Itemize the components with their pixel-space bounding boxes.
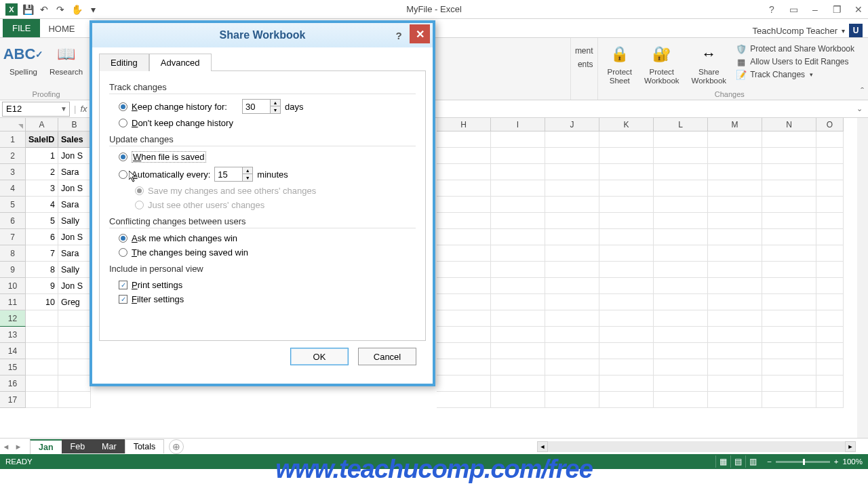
name-box[interactable]: E12 ▼ [2, 102, 70, 117]
cell[interactable] [437, 310, 491, 327]
cell[interactable] [816, 327, 844, 343]
cell[interactable] [437, 278, 491, 294]
cell[interactable] [708, 180, 762, 197]
row-header[interactable]: 14 [0, 343, 26, 359]
cell[interactable]: Jon S [58, 180, 91, 197]
cell[interactable] [816, 148, 844, 164]
col-header[interactable]: L [654, 118, 708, 131]
cell[interactable] [491, 148, 545, 164]
row-header[interactable]: 11 [0, 294, 26, 310]
cell[interactable] [654, 327, 708, 343]
cell[interactable] [654, 180, 708, 197]
cell[interactable] [762, 180, 816, 197]
tab-editing[interactable]: Editing [99, 54, 149, 71]
minutes-spinner[interactable]: ▲▼ [243, 167, 253, 182]
cell[interactable] [26, 375, 58, 392]
share-workbook-button[interactable]: ↔ Share Workbook [689, 41, 730, 86]
row-header[interactable]: 15 [0, 359, 26, 375]
cell[interactable] [437, 213, 491, 229]
cell[interactable] [654, 310, 708, 327]
cell[interactable] [708, 148, 762, 164]
cell[interactable] [491, 213, 545, 229]
cell[interactable] [654, 392, 708, 408]
redo-icon[interactable]: ↷ [53, 2, 68, 17]
cell[interactable] [545, 359, 599, 375]
cell[interactable] [491, 245, 545, 262]
minimize-icon[interactable]: – [808, 3, 822, 16]
cell[interactable]: Sara [58, 197, 91, 213]
cell[interactable] [437, 375, 491, 392]
cell[interactable] [762, 164, 816, 180]
row-header[interactable]: 4 [0, 180, 26, 197]
cell[interactable] [599, 392, 654, 408]
cell[interactable] [491, 262, 545, 278]
cell[interactable]: Sara [58, 164, 91, 180]
cell[interactable] [545, 229, 599, 245]
save-icon[interactable]: 💾 [20, 2, 35, 17]
cell[interactable]: Greg [58, 294, 91, 310]
cell[interactable] [545, 213, 599, 229]
cell[interactable] [545, 343, 599, 359]
cell[interactable]: Jon S [58, 229, 91, 245]
row-header[interactable]: 13 [0, 327, 26, 343]
cell[interactable]: Sally [58, 262, 91, 278]
dialog-help-icon[interactable]: ? [391, 27, 407, 43]
cell[interactable] [491, 392, 545, 408]
cell[interactable] [762, 245, 816, 262]
page-layout-view-icon[interactable]: ▤ [730, 455, 745, 468]
cell[interactable] [545, 327, 599, 343]
row-header[interactable]: 1 [0, 131, 26, 148]
cell[interactable] [654, 375, 708, 392]
check-print-settings[interactable]: ✓ [119, 281, 127, 289]
cell[interactable] [491, 278, 545, 294]
cell[interactable] [599, 148, 654, 164]
cell[interactable] [545, 294, 599, 310]
cell[interactable]: Sara [58, 245, 91, 262]
cell[interactable] [26, 359, 58, 375]
cell[interactable] [545, 180, 599, 197]
cell[interactable] [816, 310, 844, 327]
cell[interactable] [599, 375, 654, 392]
protect-share-workbook-button[interactable]: 🛡️Protect and Share Workbook [736, 43, 854, 54]
row-header[interactable]: 8 [0, 245, 26, 262]
radio-auto-every[interactable] [119, 170, 127, 179]
touch-mode-icon[interactable]: ✋ [69, 2, 84, 17]
user-area[interactable]: TeachUcomp Teacher ▾ U [753, 24, 863, 37]
cell[interactable] [599, 245, 654, 262]
check-filter-settings[interactable]: ✓ [119, 295, 127, 304]
cell[interactable] [58, 343, 91, 359]
expand-formula-bar-icon[interactable]: ⌄ [856, 104, 863, 113]
cell[interactable] [654, 131, 708, 148]
sheet-tab-feb[interactable]: Feb [62, 439, 94, 453]
row-header[interactable]: 6 [0, 213, 26, 229]
cell[interactable] [599, 164, 654, 180]
cell[interactable] [708, 359, 762, 375]
cell[interactable] [708, 392, 762, 408]
cell[interactable] [654, 213, 708, 229]
cell[interactable]: SaleID [26, 131, 58, 148]
protect-sheet-button[interactable]: 🔒 Protect Sheet [605, 41, 635, 86]
cell[interactable] [491, 164, 545, 180]
cell[interactable] [545, 148, 599, 164]
file-tab[interactable]: FILE [3, 19, 40, 37]
help-icon[interactable]: ? [765, 3, 778, 16]
cell[interactable] [599, 327, 654, 343]
cell[interactable] [491, 197, 545, 213]
cell[interactable]: 8 [26, 262, 58, 278]
cancel-button[interactable]: Cancel [358, 348, 416, 365]
cell[interactable] [491, 375, 545, 392]
cell[interactable] [26, 310, 58, 327]
cell[interactable] [708, 327, 762, 343]
cell[interactable] [762, 229, 816, 245]
cell[interactable] [762, 294, 816, 310]
cell[interactable] [437, 294, 491, 310]
cell[interactable] [762, 310, 816, 327]
cell[interactable] [491, 131, 545, 148]
cell[interactable] [545, 278, 599, 294]
cell[interactable] [816, 375, 844, 392]
cell[interactable]: Jon S [58, 278, 91, 294]
cell[interactable] [437, 359, 491, 375]
scroll-left-icon[interactable]: ◄ [537, 441, 548, 452]
cell[interactable] [26, 327, 58, 343]
cell[interactable] [545, 262, 599, 278]
